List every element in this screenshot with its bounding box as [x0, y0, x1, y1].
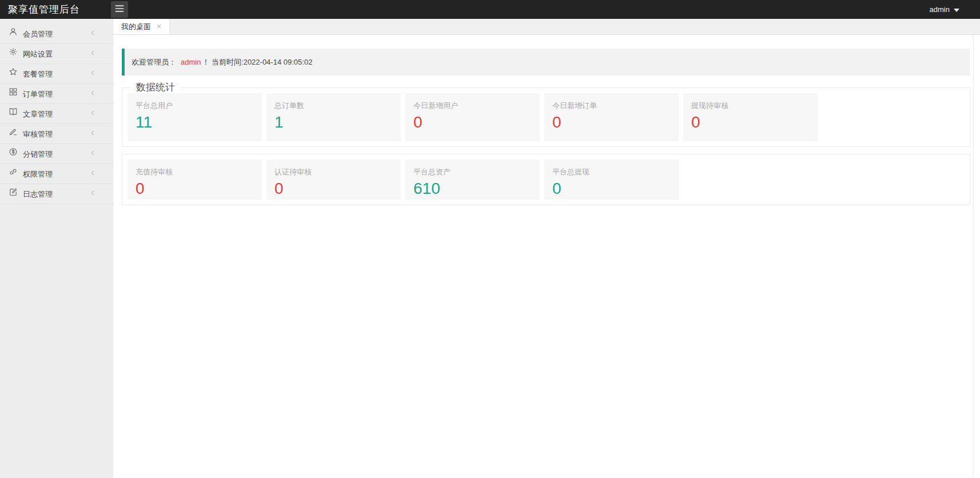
stat-card: 认证待审核0 [266, 160, 401, 200]
stat-card-label: 平台总提现 [552, 167, 671, 177]
hamburger-icon [115, 5, 124, 14]
welcome-username: admin [181, 58, 201, 66]
stat-card: 平台总用户11 [128, 93, 262, 141]
stat-card-value: 0 [136, 181, 254, 197]
stat-card-label: 提现待审核 [691, 101, 810, 111]
chevron-left-icon [90, 184, 96, 204]
stat-card-label: 今日新增订单 [552, 101, 671, 111]
stat-card-value: 0 [691, 114, 810, 130]
user-icon [9, 24, 18, 44]
edit-square-icon [9, 184, 18, 204]
chevron-left-icon [90, 104, 96, 124]
stat-card: 总订单数1 [266, 93, 401, 141]
close-icon[interactable]: × [157, 22, 161, 31]
sidebar-item-label: 套餐管理 [23, 70, 53, 78]
chevron-left-icon [90, 84, 96, 104]
stat-card-label: 今日新增用户 [413, 101, 532, 111]
stats-panel-row1: 数据统计 平台总用户11总订单数1今日新增用户0今日新增订单0提现待审核0 [122, 87, 970, 147]
stat-card-value: 0 [552, 181, 671, 197]
chevron-left-icon [90, 44, 96, 64]
sidebar-item-members[interactable]: 会员管理 [0, 24, 113, 44]
book-icon [9, 104, 18, 124]
chevron-left-icon [90, 164, 96, 184]
stat-card-value: 1 [274, 114, 393, 130]
section-title: 数据统计 [130, 82, 181, 93]
user-menu[interactable]: admin [930, 0, 959, 19]
welcome-suffix: ！ 当前时间:2022-04-14 09:05:02 [202, 58, 312, 66]
stat-card: 提现待审核0 [683, 93, 818, 141]
stat-card-label: 认证待审核 [274, 167, 393, 177]
welcome-banner: 欢迎管理员：admin！ 当前时间:2022-04-14 09:05:02 [122, 49, 970, 75]
stat-card-label: 总订单数 [274, 101, 393, 111]
tab-label: 我的桌面 [121, 22, 151, 31]
stats-panel-row2: 充值待审核0认证待审核0平台总资产610平台总提现0 [122, 154, 970, 205]
caret-down-icon [954, 9, 959, 12]
stat-cards-row2: 充值待审核0认证待审核0平台总资产610平台总提现0 [128, 160, 965, 200]
stat-card-value: 0 [274, 181, 393, 197]
tab-my-desktop[interactable]: 我的桌面× [113, 19, 170, 34]
stat-card-label: 平台总资产 [413, 167, 532, 177]
sidebar-toggle-button[interactable] [111, 1, 128, 18]
sidebar-item-label: 分销管理 [23, 150, 53, 158]
content-right-divider [973, 35, 974, 478]
sidebar-item-label: 审核管理 [23, 130, 53, 138]
chevron-left-icon [90, 24, 96, 44]
stat-card: 充值待审核0 [128, 160, 262, 200]
sidebar-item-label: 日志管理 [23, 190, 53, 198]
sidebar-item-packages[interactable]: 套餐管理 [0, 64, 113, 84]
sidebar-menu: 会员管理网站设置套餐管理订单管理文章管理审核管理分销管理权限管理日志管理 [0, 19, 113, 204]
stat-card-value: 0 [413, 114, 532, 130]
sidebar-item-site-settings[interactable]: 网站设置 [0, 44, 113, 64]
topbar: 聚享值管理后台 admin [0, 0, 980, 19]
sidebar-item-label: 网站设置 [23, 50, 53, 58]
stat-cards-row1: 平台总用户11总订单数1今日新增用户0今日新增订单0提现待审核0 [128, 93, 965, 141]
tab-bar: 我的桌面× [113, 19, 980, 35]
gear-icon [9, 44, 18, 64]
sidebar-item-label: 权限管理 [23, 170, 53, 178]
grid-icon [9, 84, 18, 104]
audit-pen-icon [9, 124, 18, 144]
stat-card: 今日新增用户0 [405, 93, 540, 141]
stat-card-value: 0 [552, 114, 671, 130]
sidebar-item-permissions[interactable]: 权限管理 [0, 164, 113, 184]
dollar-circle-icon [9, 144, 18, 164]
stat-card-label: 充值待审核 [136, 167, 254, 177]
stat-card-value: 610 [413, 181, 532, 197]
main-content: 欢迎管理员：admin！ 当前时间:2022-04-14 09:05:02 数据… [113, 35, 980, 478]
stat-card-value: 11 [136, 114, 254, 130]
sidebar-item-logs[interactable]: 日志管理 [0, 184, 113, 204]
sidebar-item-label: 文章管理 [23, 110, 53, 118]
username: admin [930, 5, 950, 14]
sidebar-item-audit[interactable]: 审核管理 [0, 124, 113, 144]
chevron-left-icon [90, 144, 96, 164]
sidebar-item-articles[interactable]: 文章管理 [0, 104, 113, 124]
app-title: 聚享值管理后台 [8, 0, 80, 19]
link-icon [9, 164, 18, 184]
sidebar-item-label: 订单管理 [23, 90, 53, 98]
chevron-left-icon [90, 64, 96, 84]
welcome-prefix: 欢迎管理员： [132, 58, 176, 66]
stat-card: 今日新增订单0 [544, 93, 679, 141]
sidebar-item-orders[interactable]: 订单管理 [0, 84, 113, 104]
star-icon [9, 64, 18, 84]
stat-card: 平台总资产610 [405, 160, 540, 200]
stat-card: 平台总提现0 [544, 160, 679, 200]
chevron-left-icon [90, 124, 96, 144]
sidebar-item-distribution[interactable]: 分销管理 [0, 144, 113, 164]
sidebar: 会员管理网站设置套餐管理订单管理文章管理审核管理分销管理权限管理日志管理 [0, 19, 113, 478]
sidebar-item-label: 会员管理 [23, 30, 53, 38]
stat-card-label: 平台总用户 [136, 101, 254, 111]
